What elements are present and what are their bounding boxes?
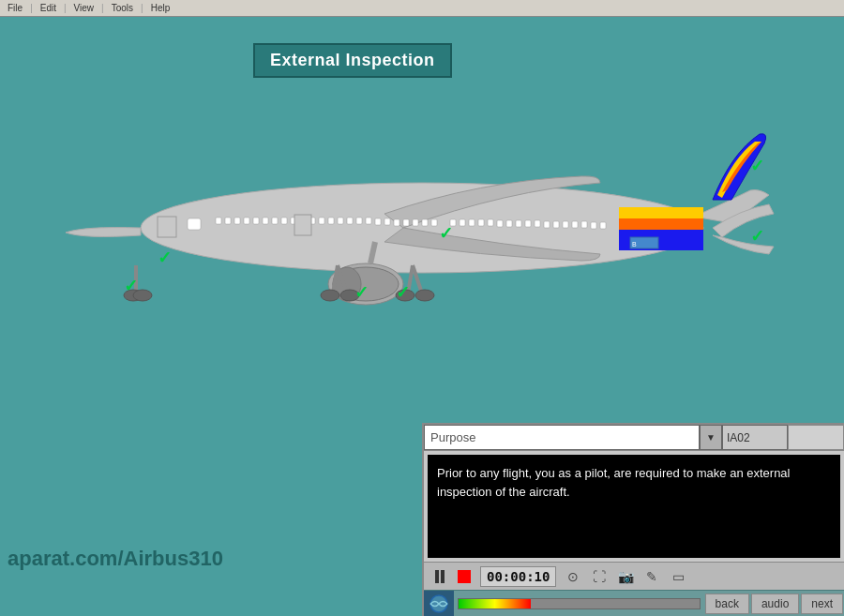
- svg-rect-47: [600, 222, 606, 229]
- svg-rect-48: [158, 217, 176, 237]
- svg-text:✓: ✓: [396, 283, 410, 302]
- svg-rect-32: [460, 219, 465, 226]
- edit-icon[interactable]: ✎: [642, 567, 661, 586]
- svg-rect-13: [272, 218, 278, 224]
- watermark: aparat.com/Airbus310: [8, 547, 223, 571]
- nav-logo-icon: [428, 594, 450, 613]
- svg-rect-7: [216, 218, 221, 224]
- svg-text:✓: ✓: [158, 248, 172, 267]
- svg-rect-12: [263, 218, 268, 224]
- svg-rect-25: [384, 218, 390, 225]
- svg-rect-10: [244, 218, 249, 224]
- svg-rect-40: [535, 220, 540, 227]
- progress-fill: [459, 599, 531, 608]
- svg-rect-11: [253, 218, 259, 224]
- svg-rect-28: [413, 219, 418, 226]
- svg-rect-20: [338, 218, 343, 224]
- menu-view[interactable]: View: [70, 3, 98, 13]
- svg-rect-37: [506, 220, 512, 227]
- menu-help[interactable]: Help: [147, 3, 174, 13]
- minimize-icon[interactable]: ▭: [669, 567, 687, 586]
- svg-rect-3: [619, 218, 703, 230]
- svg-rect-24: [375, 218, 381, 225]
- purpose-label: Purpose: [430, 430, 475, 444]
- svg-rect-38: [516, 220, 521, 227]
- aircraft-svg: B ✓ ✓ ✓ ✓ ✓ ✓ ✓: [56, 97, 788, 359]
- progress-bar[interactable]: [458, 598, 701, 609]
- nav-logo: [424, 591, 454, 617]
- main-area: External Inspection: [0, 17, 844, 616]
- bottom-panel: Purpose ▼ IA02 Prior to any flight, you …: [422, 423, 844, 616]
- fullscreen-icon[interactable]: ⛶: [590, 567, 609, 586]
- watermark-text: aparat.com/Airbus310: [8, 547, 223, 570]
- svg-rect-39: [525, 220, 531, 227]
- dropdown-arrow[interactable]: ▼: [700, 425, 722, 450]
- svg-rect-43: [563, 221, 568, 228]
- id-label: IA02: [727, 431, 750, 444]
- svg-rect-45: [581, 221, 587, 228]
- empty-field: [788, 425, 844, 450]
- svg-rect-42: [553, 221, 559, 228]
- svg-rect-44: [572, 221, 578, 228]
- svg-rect-34: [478, 219, 484, 226]
- menu-edit[interactable]: Edit: [37, 3, 60, 13]
- title-box: External Inspection: [253, 43, 452, 78]
- panel-text: Prior to any flight, you as a pilot, are…: [437, 464, 831, 501]
- audio-button[interactable]: audio: [751, 593, 799, 614]
- svg-rect-21: [347, 218, 353, 224]
- id-field: IA02: [722, 425, 788, 450]
- svg-rect-9: [234, 218, 240, 224]
- svg-rect-23: [366, 218, 371, 224]
- svg-text:✓: ✓: [439, 224, 453, 243]
- timer-display: 00:00:10: [480, 566, 556, 587]
- svg-rect-41: [544, 221, 550, 228]
- svg-text:✓: ✓: [750, 157, 764, 175]
- svg-rect-8: [225, 218, 231, 224]
- svg-point-58: [321, 290, 339, 301]
- controls-bar: 00:00:10 ⊙ ⛶ 📷 ✎ ▭: [424, 562, 844, 590]
- camera-settings-icon[interactable]: ⊙: [564, 567, 582, 586]
- svg-point-63: [415, 290, 434, 301]
- svg-text:✓: ✓: [354, 283, 369, 302]
- top-bar: File | Edit | View | Tools | Help: [0, 0, 844, 17]
- svg-text:✓: ✓: [124, 277, 138, 295]
- svg-rect-19: [328, 218, 334, 224]
- svg-rect-26: [394, 219, 399, 226]
- menu-tools[interactable]: Tools: [108, 3, 137, 13]
- svg-rect-22: [356, 218, 362, 224]
- stop-icon: [458, 570, 471, 583]
- next-button[interactable]: next: [801, 593, 843, 614]
- svg-rect-49: [294, 215, 311, 235]
- aircraft-container: B ✓ ✓ ✓ ✓ ✓ ✓ ✓: [56, 97, 788, 359]
- purpose-field: Purpose: [424, 425, 700, 450]
- svg-rect-6: [188, 218, 201, 230]
- svg-rect-30: [431, 219, 437, 226]
- nav-bar: back audio next: [424, 590, 844, 616]
- pause-icon: [435, 570, 445, 583]
- back-button[interactable]: back: [705, 593, 749, 614]
- svg-rect-14: [281, 218, 287, 224]
- svg-rect-46: [591, 222, 596, 229]
- svg-rect-27: [403, 219, 409, 226]
- svg-rect-33: [469, 219, 475, 226]
- pause-button[interactable]: [431, 568, 448, 585]
- svg-rect-18: [319, 218, 324, 224]
- svg-rect-35: [488, 219, 493, 226]
- menu-file[interactable]: File: [4, 3, 26, 13]
- panel-header: Purpose ▼ IA02: [424, 425, 844, 451]
- panel-content: Prior to any flight, you as a pilot, are…: [428, 455, 840, 558]
- screenshot-icon[interactable]: 📷: [616, 567, 635, 586]
- stop-button[interactable]: [456, 568, 473, 585]
- svg-text:✓: ✓: [750, 227, 764, 246]
- svg-rect-2: [619, 207, 703, 218]
- svg-rect-29: [422, 219, 428, 226]
- svg-text:B: B: [632, 241, 637, 248]
- title-text: External Inspection: [270, 51, 435, 69]
- svg-rect-36: [497, 220, 503, 227]
